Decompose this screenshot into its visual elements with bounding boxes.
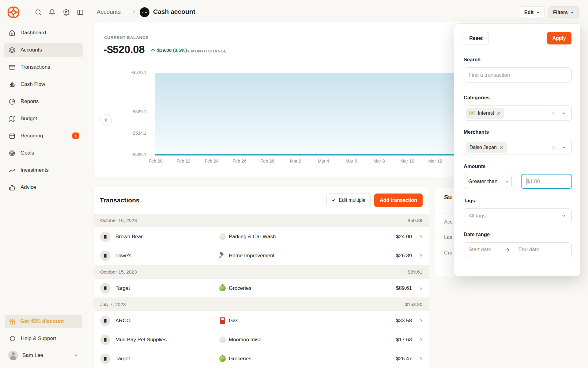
amount-value-placeholder: $1.00	[527, 178, 540, 185]
x-axis-label: Mar 10	[400, 159, 414, 163]
category-name: Gas	[229, 318, 238, 324]
pie-chart-icon	[9, 98, 15, 105]
category-name: Groceries	[229, 285, 251, 291]
tags-value: All tags...	[466, 213, 490, 219]
edit-multiple-button[interactable]: Edit multiple	[326, 194, 371, 207]
chat-bubble-icon	[9, 335, 16, 342]
search-icon[interactable]	[35, 9, 42, 16]
sidebar-item-label: Investments	[21, 167, 49, 173]
sidebar-item-recurring[interactable]: Recurring 1	[4, 129, 83, 143]
sidebar-item-cash-flow[interactable]: Cash Flow	[4, 77, 83, 91]
chevron-down-icon[interactable]	[562, 111, 566, 115]
chevron-right-icon	[418, 253, 424, 259]
reset-button[interactable]: Reset	[463, 32, 489, 44]
x-axis-label: Mar 6	[345, 159, 357, 163]
account-avatar: SLM	[140, 7, 149, 17]
sidebar-nav: Dashboard Accounts Transactions Cash Flo…	[0, 26, 87, 197]
sidebar-item-advice[interactable]: Advice	[4, 180, 83, 194]
category-chip: Interest	[466, 108, 504, 119]
settings-gear-icon[interactable]	[63, 9, 70, 16]
merchant-avatar	[100, 335, 111, 345]
transaction-amount: $26.47	[396, 356, 412, 362]
sidebar-item-investments[interactable]: Investments	[4, 163, 83, 177]
sidebar-item-label: Cash Flow	[21, 81, 45, 87]
transaction-row[interactable]: Brown Bear Parking & Car Wash $24.00	[94, 227, 429, 246]
text-cursor	[526, 178, 526, 185]
sidebar-item-reports[interactable]: Reports	[4, 94, 83, 109]
edit-multiple-label: Edit multiple	[339, 197, 365, 203]
current-balance-value: -$520.08	[104, 43, 145, 56]
remove-chip-icon[interactable]	[497, 111, 501, 115]
sidebar-item-label: Accounts	[21, 47, 42, 53]
merchants-select[interactable]: Daiso Japan	[464, 140, 572, 155]
clear-select-icon[interactable]	[551, 145, 556, 150]
category-name: Parking & Car Wash	[229, 234, 276, 240]
add-transaction-button[interactable]: Add transaction	[374, 194, 423, 207]
filters-button[interactable]: Filters	[548, 6, 579, 18]
tags-label: Tags	[464, 198, 475, 204]
chevron-down-icon	[74, 353, 79, 358]
transaction-row[interactable]: Mud Bay Pet Supplies Moomoo misc $17.63	[94, 330, 429, 349]
top-bar: Accounts SLM Cash account Edit Filters	[0, 0, 588, 25]
end-date-placeholder: End date	[518, 247, 539, 253]
filters-panel: Reset Apply Search Categories Interest M…	[454, 23, 581, 276]
layers-icon	[9, 47, 15, 53]
building-icon	[103, 337, 108, 343]
chevron-right-icon	[418, 318, 424, 324]
chevron-down-icon[interactable]	[562, 145, 566, 150]
discount-promo-label: Get 45% discount	[20, 318, 64, 324]
clear-select-icon[interactable]	[551, 111, 556, 115]
breadcrumb-accounts-link[interactable]: Accounts	[97, 9, 121, 15]
chart-previous-period-button[interactable]	[100, 114, 112, 125]
categories-select[interactable]: Interest	[464, 105, 572, 121]
sidebar-item-goals[interactable]: Goals	[4, 146, 83, 160]
building-icon	[103, 286, 108, 291]
user-name: Sam Lee	[22, 352, 43, 358]
search-input[interactable]	[464, 67, 572, 82]
transaction-amount: $26.39	[396, 253, 412, 259]
merchant-name: Brown Bear	[115, 234, 143, 240]
apply-button[interactable]: Apply	[547, 32, 571, 44]
chevron-down-icon[interactable]	[562, 214, 566, 218]
group-date: October 16, 2023	[100, 218, 137, 223]
sidebar-item-accounts[interactable]: Accounts	[4, 43, 83, 57]
x-axis-label: Feb 28	[260, 159, 274, 163]
transaction-row[interactable]: ARCO Gas $33.58	[94, 311, 429, 330]
group-total: $50.39	[408, 218, 422, 223]
sidebar-item-budget[interactable]: Budget	[4, 112, 83, 126]
building-icon	[103, 318, 108, 324]
help-support-button[interactable]: Help & Support	[5, 332, 82, 345]
app-logo-icon[interactable]	[7, 6, 20, 19]
sidebar-item-transactions[interactable]: Transactions	[4, 60, 83, 74]
sidebar-item-dashboard[interactable]: Dashboard	[4, 26, 83, 40]
merchants-label: Merchants	[464, 129, 489, 135]
transaction-row[interactable]: Target Groceries $89.61	[94, 279, 429, 298]
y-axis-label: -$529.1	[121, 109, 146, 114]
transaction-row[interactable]: Lowe's Home Improvement $26.39	[94, 246, 429, 265]
arrow-left-icon	[104, 117, 109, 123]
edit-button[interactable]: Edit	[520, 6, 545, 18]
merchant-avatar	[100, 232, 111, 242]
divider	[454, 50, 580, 50]
merchant-avatar	[100, 354, 111, 364]
amount-value-input[interactable]: $1.00	[521, 174, 572, 189]
transaction-row[interactable]: Target Groceries $26.47	[94, 349, 429, 368]
breadcrumb-chevron-icon	[132, 9, 137, 14]
category-icon	[219, 233, 226, 240]
remove-chip-icon[interactable]	[499, 145, 503, 149]
amount-operator-select[interactable]: Greater than	[464, 174, 512, 189]
start-date-placeholder: Start date	[469, 247, 491, 253]
transaction-amount: $33.58	[396, 318, 412, 324]
notifications-bell-icon[interactable]	[49, 9, 55, 16]
sidebar-item-label: Goals	[21, 150, 34, 156]
help-support-label: Help & Support	[21, 335, 56, 342]
discount-promo-button[interactable]: Get 45% discount	[5, 315, 82, 328]
bar-chart-icon	[9, 81, 15, 88]
date-range-input[interactable]: Start date End date	[464, 242, 572, 257]
tags-select[interactable]: All tags...	[464, 208, 572, 223]
merchant-name: Target	[115, 285, 130, 291]
user-menu[interactable]: Sam Lee	[5, 348, 82, 362]
page-title: Cash account	[153, 8, 195, 15]
group-date: October 15, 2023	[100, 269, 137, 275]
sidebar-toggle-icon[interactable]	[77, 9, 84, 16]
